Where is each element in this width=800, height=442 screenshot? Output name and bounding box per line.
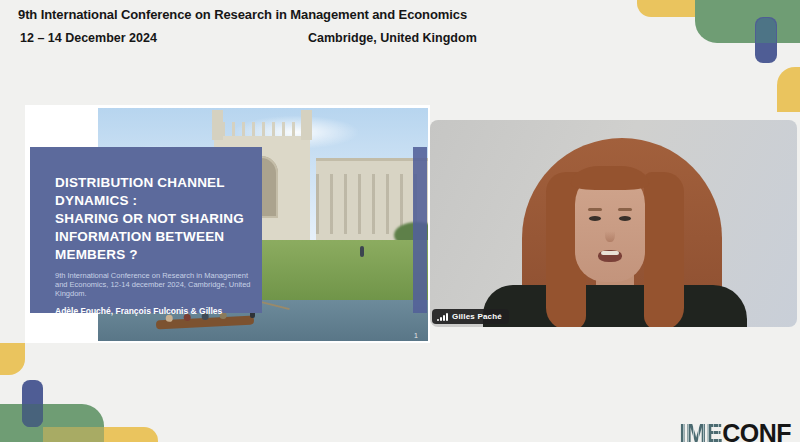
audio-bar bbox=[443, 315, 445, 321]
photo-person-walking bbox=[360, 246, 364, 257]
decor-left-yellow-corner bbox=[0, 343, 25, 375]
participant-name: Gilles Paché bbox=[452, 312, 502, 321]
person-eyebrow bbox=[588, 208, 602, 211]
person-eyebrow bbox=[618, 208, 632, 211]
decor-top-blue-green-overlap bbox=[756, 18, 776, 43]
person-jacket bbox=[483, 285, 747, 327]
audio-bar bbox=[446, 313, 448, 321]
speaker-video-feed: Gilles Paché bbox=[430, 120, 797, 327]
chapel-tower-left bbox=[212, 110, 223, 140]
participant-name-badge: Gilles Paché bbox=[432, 309, 509, 324]
slide-authors: Adèle Fouché, François Fulconis & Gilles… bbox=[55, 306, 248, 326]
decor-bottom-blue-green-overlap bbox=[22, 404, 43, 427]
slide-accent-bar bbox=[413, 147, 427, 313]
slide-title-line: DISTRIBUTION CHANNEL bbox=[55, 174, 248, 192]
imeconf-logo-ime: IME bbox=[679, 419, 722, 442]
slide-page-number: 1 bbox=[414, 332, 418, 339]
app-window: 9th International Conference on Research… bbox=[0, 0, 800, 442]
person-eye bbox=[619, 216, 631, 221]
decor-right-yellow-corner bbox=[777, 67, 800, 112]
audio-bar bbox=[440, 317, 442, 321]
slide-title-line: MEMBERS ? bbox=[55, 246, 248, 264]
slide-title-line: SHARING OR NOT SHARING bbox=[55, 210, 248, 228]
decor-bottom-yellow-green-overlap bbox=[43, 427, 104, 442]
presentation-slide: DISTRIBUTION CHANNEL DYNAMICS : SHARING … bbox=[25, 105, 430, 343]
slide-title-panel: DISTRIBUTION CHANNEL DYNAMICS : SHARING … bbox=[30, 147, 262, 313]
person-teeth bbox=[601, 251, 619, 255]
slide-title-line: DYNAMICS : bbox=[55, 192, 248, 210]
person-hair-strand-right bbox=[644, 172, 684, 327]
imeconf-logo-conf: CONF bbox=[722, 419, 791, 442]
chapel-pinnacles bbox=[222, 122, 302, 136]
person-hairline bbox=[571, 166, 649, 190]
imeconf-logo: IMECONF bbox=[679, 422, 791, 442]
person-nose bbox=[605, 224, 615, 242]
person-eye bbox=[589, 216, 601, 221]
conference-location: Cambridge, United Kingdom bbox=[308, 31, 477, 45]
decor-top-green-bar bbox=[695, 0, 800, 43]
slide-title-line: INFORMATION BETWEEN bbox=[55, 228, 248, 246]
conference-dates: 12 – 14 December 2024 bbox=[20, 31, 157, 45]
audio-bar bbox=[437, 319, 439, 321]
conference-title: 9th International Conference on Research… bbox=[18, 7, 467, 22]
chapel-tower-right bbox=[301, 110, 312, 140]
slide-subtitle: 9th International Conference on Research… bbox=[55, 271, 253, 298]
audio-level-icon bbox=[437, 313, 448, 321]
person-mouth bbox=[598, 250, 622, 262]
